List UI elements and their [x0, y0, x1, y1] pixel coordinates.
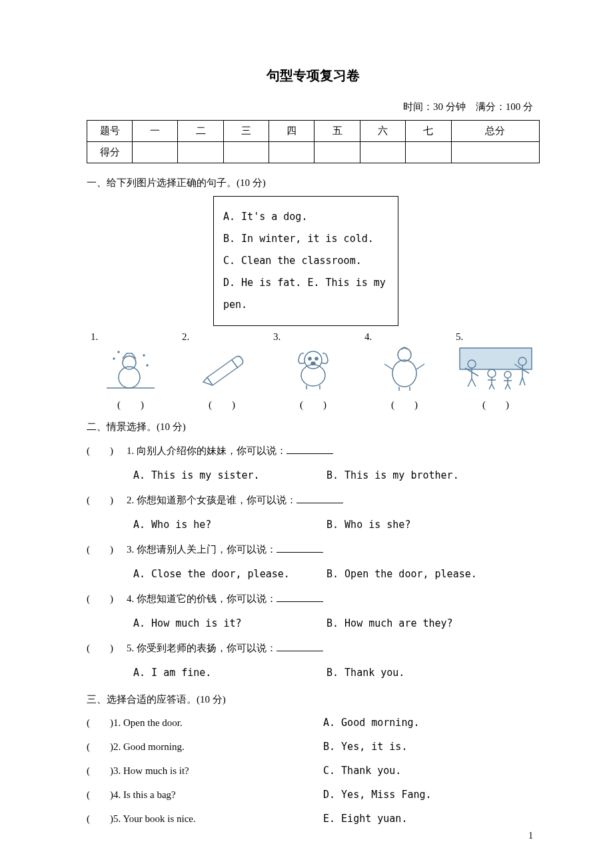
score-cell-blank[interactable] — [314, 142, 360, 163]
svg-point-7 — [305, 351, 322, 369]
match-row: ( )5. Your book is nice. E. Eight yuan. — [87, 809, 540, 829]
answer-paren[interactable]: ( ) — [87, 539, 127, 561]
answer-blank[interactable]: ( ) — [482, 399, 509, 411]
section3-head: 三、选择合适的应答语。(10 分) — [87, 693, 540, 706]
classroom-cleaning-icon — [456, 345, 536, 392]
fill-line[interactable] — [277, 593, 323, 602]
timing-line: 时间：30 分钟 满分：100 分 — [87, 101, 540, 113]
dog-icon — [287, 345, 340, 392]
match-right-text: D. Yes, Miss Fang. — [323, 785, 432, 805]
svg-point-16 — [504, 371, 511, 378]
answer-blank[interactable]: ( ) — [300, 399, 326, 411]
option-b: B. Thank you. — [326, 662, 404, 684]
svg-point-11 — [398, 348, 411, 361]
q-row: ( ) 2. 你想知道那个女孩是谁，你可以说： — [87, 489, 540, 511]
match-left-text: 1. Open the door. — [113, 717, 183, 728]
q-text: 4. 你想知道它的价钱，你可以说： — [127, 593, 277, 604]
svg-point-10 — [311, 362, 315, 365]
score-cell: 六 — [360, 121, 405, 142]
answer-blank[interactable]: ( ) — [117, 399, 144, 411]
fill-line[interactable] — [287, 445, 333, 454]
match-row: ( )4. Is this a bag? D. Yes, Miss Fang. — [87, 785, 540, 805]
choice-b: B. In winter, it is cold. — [223, 228, 391, 250]
choice-de: D. He is fat. E. This is my pen. — [223, 272, 391, 316]
answer-blank[interactable]: ( ) — [209, 399, 235, 411]
fill-line[interactable] — [277, 642, 323, 651]
score-cell: 二 — [178, 121, 223, 142]
pic-num: 2. — [182, 331, 189, 343]
score-cell: 题号 — [87, 121, 133, 142]
svg-point-4 — [143, 355, 145, 356]
match-row: ( )2. Good morning. B. Yes, it is. — [87, 737, 540, 757]
match-left-text: 5. Your book is nice. — [113, 813, 196, 824]
q-text: 5. 你受到老师的表扬，你可以说： — [127, 643, 277, 653]
match-row: ( )1. Open the door. A. Good morning. — [87, 713, 540, 733]
option-a: A. This is my sister. — [133, 465, 326, 487]
svg-rect-13 — [460, 348, 532, 369]
score-cell-blank[interactable] — [178, 142, 223, 163]
pic-num: 3. — [273, 331, 281, 343]
score-cell: 一 — [133, 121, 178, 142]
svg-point-0 — [119, 367, 140, 388]
q-text: 1. 向别人介绍你的妹妹，你可以说： — [127, 445, 287, 456]
option-a: A. I am fine. — [133, 662, 326, 684]
score-cell-blank[interactable] — [133, 142, 178, 163]
score-cell: 三 — [223, 121, 269, 142]
answer-paren[interactable]: ( ) — [87, 588, 127, 610]
score-cell-blank[interactable] — [223, 142, 269, 163]
score-cell-blank[interactable] — [406, 142, 451, 163]
svg-point-6 — [301, 365, 325, 386]
svg-point-9 — [315, 357, 318, 360]
answer-paren[interactable]: ( ) — [87, 789, 113, 800]
choice-box: A. It's a dog. B. In winter, it is cold.… — [213, 196, 398, 326]
section2-list: ( ) 1. 向别人介绍你的妹妹，你可以说： A. This is my sis… — [87, 440, 540, 684]
svg-point-3 — [118, 351, 119, 353]
pic-num: 5. — [456, 331, 463, 343]
answer-paren[interactable]: ( ) — [87, 813, 113, 824]
svg-point-15 — [488, 369, 496, 377]
option-b: B. This is my brother. — [326, 465, 459, 487]
q-row: ( ) 4. 你想知道它的价钱，你可以说： — [87, 588, 540, 610]
answer-paren[interactable]: ( ) — [87, 717, 113, 728]
score-cell-blank[interactable] — [360, 142, 405, 163]
pen-icon — [195, 345, 249, 392]
answer-paren[interactable]: ( ) — [87, 637, 127, 659]
q-row: ( ) 3. 你想请别人关上门，你可以说： — [87, 539, 540, 561]
fill-line[interactable] — [277, 543, 323, 553]
score-cell: 总分 — [451, 121, 539, 142]
answer-paren[interactable]: ( ) — [87, 765, 113, 776]
snowman-icon — [104, 345, 157, 392]
section1-head: 一、给下列图片选择正确的句子。(10 分) — [87, 177, 540, 189]
fat-person-icon — [378, 345, 431, 392]
svg-point-1 — [123, 356, 136, 369]
match-right-text: E. Eight yuan. — [323, 809, 407, 829]
fill-line[interactable] — [297, 494, 343, 503]
score-cell-blank[interactable] — [269, 142, 314, 163]
page-number: 1 — [528, 831, 533, 841]
q-row: ( ) 1. 向别人介绍你的妹妹，你可以说： — [87, 440, 540, 462]
score-cell: 五 — [314, 121, 360, 142]
answer-paren[interactable]: ( ) — [87, 741, 113, 752]
score-table: 题号 一 二 三 四 五 六 七 总分 得分 — [87, 120, 540, 163]
score-cell: 七 — [406, 121, 451, 142]
svg-point-2 — [113, 358, 115, 359]
section2-head: 二、情景选择。(10 分) — [87, 421, 540, 433]
pics-row: 1. ( ) 2. ( ) 3. — [91, 331, 536, 411]
answer-blank[interactable]: ( ) — [391, 399, 418, 411]
match-row: ( )3. How much is it? C. Thank you. — [87, 761, 540, 781]
svg-point-5 — [147, 365, 148, 366]
option-a: A. Who is he? — [133, 514, 326, 536]
match-right-text: B. Yes, it is. — [323, 737, 407, 757]
answer-paren[interactable]: ( ) — [87, 440, 127, 462]
score-cell-blank[interactable] — [451, 142, 539, 163]
section3-list: ( )1. Open the door. A. Good morning. ( … — [87, 713, 540, 829]
q-row: ( ) 5. 你受到老师的表扬，你可以说： — [87, 637, 540, 659]
svg-point-8 — [308, 357, 311, 360]
score-cell: 得分 — [87, 142, 133, 163]
svg-point-12 — [392, 360, 416, 387]
pic-item-3: 3. ( ) — [273, 331, 353, 411]
match-right-text: A. Good morning. — [323, 713, 420, 733]
option-a: A. Close the door, please. — [133, 563, 326, 585]
option-b: B. How much are they? — [326, 613, 453, 635]
answer-paren[interactable]: ( ) — [87, 489, 127, 511]
